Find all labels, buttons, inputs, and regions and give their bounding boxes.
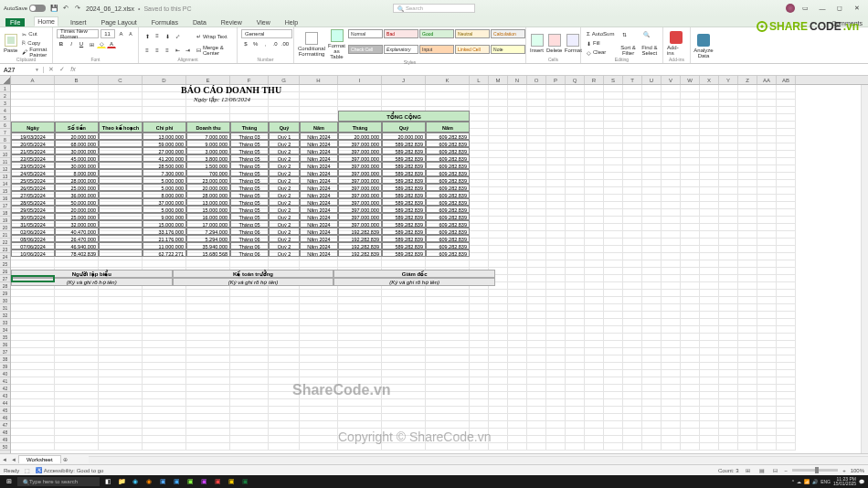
row-header-33[interactable]: 33 [0,319,10,326]
col-header-V[interactable]: V [662,76,681,84]
col-header-N[interactable]: N [508,76,527,84]
row-header-22[interactable]: 22 [0,239,10,246]
col-header-Z[interactable]: Z [738,76,757,84]
col-header-Q[interactable]: Q [566,76,585,84]
bold-button[interactable]: B [57,39,66,48]
tray-wifi-icon[interactable]: 📶 [804,479,810,484]
row-header-7[interactable]: 7 [0,129,10,136]
task-view-icon[interactable]: ◧ [102,476,113,487]
taskbar-search[interactable]: 🔍 Type here to search [17,477,100,486]
row-header-48[interactable]: 48 [0,429,10,436]
zoom-in-button[interactable]: + [842,468,846,473]
minimize-button[interactable]: — [815,2,830,15]
row-header-1[interactable]: 1 [0,85,10,92]
cut-button[interactable]: ✂Cut [20,30,48,38]
horizontal-scrollbar[interactable] [89,456,868,463]
row-header-2[interactable]: 2 [0,92,10,100]
col-header-U[interactable]: U [642,76,662,84]
name-box[interactable]: A27▼ [0,67,44,73]
zoom-slider[interactable] [792,469,838,472]
row-header-27[interactable]: 27 [0,275,10,282]
col-header-K[interactable]: K [426,76,470,84]
decrease-indent-icon[interactable]: ⇤ [173,46,182,55]
increase-decimal-icon[interactable]: .0 [270,39,280,48]
align-left-icon[interactable]: ≡ [143,46,152,55]
paste-button[interactable]: Paste [4,29,17,57]
tray-chevron-icon[interactable]: ^ [792,479,794,484]
orientation-icon[interactable]: ⤢ [173,31,182,40]
font-size-select[interactable]: 11 [101,29,115,38]
comments-button[interactable]: Comments [831,20,863,27]
merge-center-button[interactable]: ⊟Merge & Center [195,46,233,54]
tray-cloud-icon[interactable]: ☁ [797,479,801,484]
increase-indent-icon[interactable]: ⇥ [183,46,192,55]
row-header-15[interactable]: 15 [0,187,10,195]
enter-formula-icon[interactable]: ✓ [57,66,68,73]
app-icon-3[interactable]: ▣ [198,476,209,487]
tab-formulas[interactable]: Formulas [149,18,181,27]
maximize-button[interactable]: ◻ [832,2,847,15]
row-header-8[interactable]: 8 [0,136,10,143]
page-break-view-icon[interactable]: ⊟ [771,466,780,475]
app-icon-5[interactable]: ▣ [226,476,237,487]
row-header-4[interactable]: 4 [0,107,10,114]
col-header-AA[interactable]: AA [757,76,777,84]
row-header-6[interactable]: 6 [0,122,10,129]
row-header-5[interactable]: 5 [0,114,10,122]
tray-lang-icon[interactable]: ENG [820,479,831,484]
row-header-24[interactable]: 24 [0,253,10,260]
fill-button[interactable]: ⬇Fill [585,39,616,48]
fill-color-button[interactable]: ◇ [97,39,106,48]
row-header-16[interactable]: 16 [0,195,10,202]
row-header-30[interactable]: 30 [0,297,10,304]
align-center-icon[interactable]: ≡ [153,46,162,55]
sheet-nav-first-icon[interactable]: ◄ [0,457,9,462]
col-header-W[interactable]: W [681,76,700,84]
col-header-L[interactable]: L [470,76,489,84]
row-header-29[interactable]: 29 [0,290,10,297]
redo-icon[interactable]: ↷ [73,4,82,13]
autosave-toggle[interactable]: AutoSave [4,5,46,12]
cancel-formula-icon[interactable]: ✕ [46,66,57,73]
tab-view[interactable]: View [254,18,273,27]
cell-styles-gallery[interactable]: Normal Bad Good Neutral Calculation Chec… [348,29,525,59]
clear-button[interactable]: ◇Clear [585,48,616,57]
col-header-Y[interactable]: Y [719,76,738,84]
app-icon-1[interactable]: ▣ [157,476,168,487]
close-button[interactable]: ✕ [850,2,864,15]
format-painter-button[interactable]: 🖌Format Painter [20,48,48,57]
decrease-decimal-icon[interactable]: .00 [281,39,290,48]
format-cells-button[interactable]: Format [565,29,581,57]
save-icon[interactable]: 💾 [49,4,58,13]
undo-icon[interactable]: ↶ [61,4,70,13]
col-header-M[interactable]: M [489,76,508,84]
row-header-25[interactable]: 25 [0,260,10,268]
col-header-P[interactable]: P [546,76,566,84]
explorer-icon[interactable]: 📁 [116,476,127,487]
row-header-11[interactable]: 11 [0,158,10,165]
align-top-icon[interactable]: ⬆ [143,31,152,40]
col-header-C[interactable]: C [99,76,143,84]
row-header-47[interactable]: 47 [0,421,10,429]
tab-help[interactable]: Help [282,18,301,27]
firefox-icon[interactable]: ◉ [143,476,154,487]
row-header-17[interactable]: 17 [0,202,10,209]
row-header-41[interactable]: 41 [0,377,10,385]
sheet-nav-prev-icon[interactable]: ◄ [9,457,18,462]
col-header-G[interactable]: G [269,76,300,84]
row-header-38[interactable]: 38 [0,355,10,363]
normal-view-icon[interactable]: ⊞ [744,466,753,475]
border-button[interactable]: ⊞ [87,39,96,48]
col-header-AB[interactable]: AB [777,76,796,84]
row-header-42[interactable]: 42 [0,385,10,392]
zoom-out-button[interactable]: − [785,468,789,473]
sheet-tab-worksheet[interactable]: Worksheet [18,455,61,463]
tab-home[interactable]: Home [34,16,58,27]
row-header-40[interactable]: 40 [0,370,10,377]
row-header-26[interactable]: 26 [0,268,10,275]
row-header-50[interactable]: 50 [0,443,10,451]
row-header-20[interactable]: 20 [0,224,10,231]
row-header-13[interactable]: 13 [0,173,10,180]
row-header-12[interactable]: 12 [0,165,10,173]
row-header-49[interactable]: 49 [0,436,10,443]
